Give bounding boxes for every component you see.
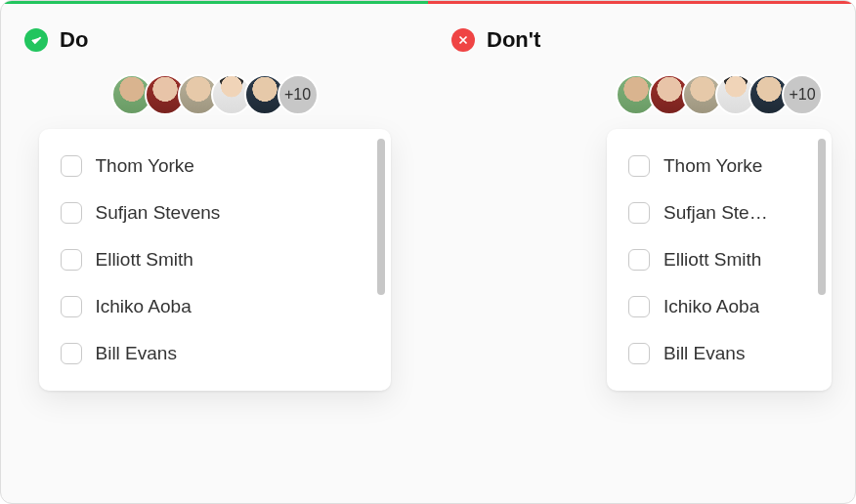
list-item[interactable]: Bill Evans xyxy=(57,330,373,377)
list-item[interactable]: Elliott Smith xyxy=(624,236,814,283)
avatar-group[interactable]: +10 xyxy=(616,74,823,115)
scrollbar[interactable] xyxy=(377,139,385,295)
avatar-overflow[interactable]: +10 xyxy=(782,74,823,115)
checkbox[interactable] xyxy=(628,249,650,271)
close-circle-icon xyxy=(451,28,475,52)
list-item-label: Bill Evans xyxy=(96,343,177,364)
do-heading: Do xyxy=(24,27,88,53)
list-item-label: Sufjan Ste… xyxy=(663,202,768,224)
do-column: Do +10 xyxy=(1,4,428,503)
list-item[interactable]: Thom Yorke xyxy=(57,143,373,189)
checkbox[interactable] xyxy=(628,296,650,317)
columns: Do +10 xyxy=(1,4,855,503)
dont-content: +10 Thom Yorke Sufjan Ste… xyxy=(607,74,832,391)
checkbox[interactable] xyxy=(628,202,650,224)
scrollbar[interactable] xyxy=(818,139,826,295)
list-item-label: Thom Yorke xyxy=(96,155,194,177)
checkbox[interactable] xyxy=(628,155,650,177)
example-frame: Do +10 xyxy=(0,0,856,504)
dont-heading: Don't xyxy=(451,27,540,53)
list-item[interactable]: Elliott Smith xyxy=(57,236,373,283)
avatar-overflow-label: +10 xyxy=(284,86,311,104)
list-item-label: Elliott Smith xyxy=(663,249,761,271)
list-item-label: Ichiko Aoba xyxy=(663,296,759,317)
checkbox[interactable] xyxy=(61,296,82,317)
list-item-label: Sufjan Stevens xyxy=(96,202,221,224)
list-item-label: Ichiko Aoba xyxy=(96,296,192,317)
list-item-label: Bill Evans xyxy=(663,343,745,364)
avatar-overflow-label: +10 xyxy=(789,86,815,104)
dont-column: Don't +10 xyxy=(428,4,855,503)
list-item[interactable]: Thom Yorke xyxy=(624,143,814,189)
do-title: Do xyxy=(60,27,88,53)
do-content: +10 Thom Yorke Sufjan Stevens xyxy=(39,74,391,391)
list-item-label: Thom Yorke xyxy=(663,155,762,177)
list-item[interactable]: Sufjan Stevens xyxy=(57,189,373,236)
list-item[interactable]: Sufjan Ste… xyxy=(624,189,814,236)
checkbox[interactable] xyxy=(628,343,650,364)
popover-dont: Thom Yorke Sufjan Ste… Elliott Smith xyxy=(607,129,832,391)
check-circle-icon xyxy=(24,28,48,52)
popover-do: Thom Yorke Sufjan Stevens Elliott Smith xyxy=(39,129,391,391)
list-item[interactable]: Bill Evans xyxy=(624,330,814,377)
checkbox[interactable] xyxy=(61,343,82,364)
checkbox[interactable] xyxy=(61,202,82,224)
list-item-label: Elliott Smith xyxy=(96,249,193,271)
list-item[interactable]: Ichiko Aoba xyxy=(57,283,373,330)
avatar-group[interactable]: +10 xyxy=(111,74,319,115)
checkbox[interactable] xyxy=(61,155,82,177)
checkbox[interactable] xyxy=(61,249,82,271)
user-list: Thom Yorke Sufjan Ste… Elliott Smith xyxy=(607,137,832,383)
user-list: Thom Yorke Sufjan Stevens Elliott Smith xyxy=(39,137,391,383)
avatar-overflow[interactable]: +10 xyxy=(278,74,319,115)
dont-title: Don't xyxy=(487,27,540,53)
list-item[interactable]: Ichiko Aoba xyxy=(624,283,814,330)
